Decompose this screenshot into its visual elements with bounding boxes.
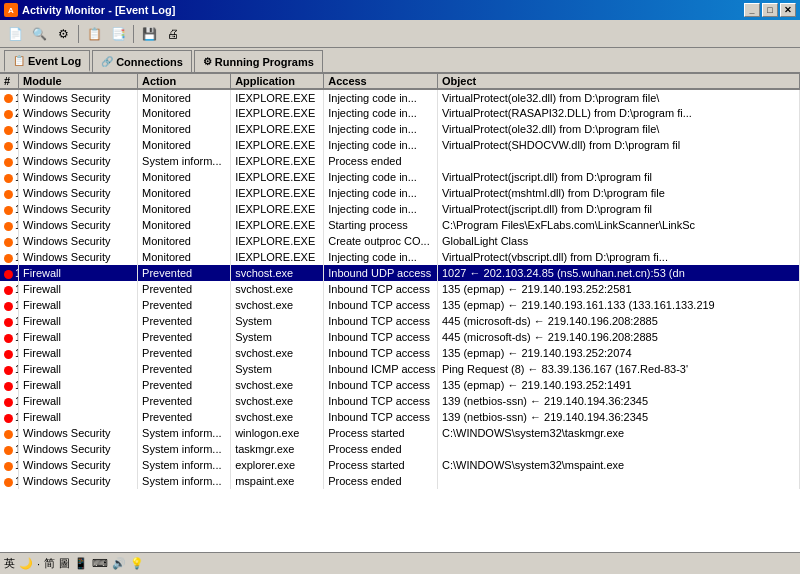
cell-access: Process ended [324, 473, 438, 489]
cell-access: Inbound TCP access [324, 329, 438, 345]
table-row[interactable]: 1 Firewall Prevented System Inbound ICMP… [0, 361, 800, 377]
cell-count: 1 [0, 249, 19, 265]
cell-module: Windows Security [19, 121, 138, 137]
cell-module: Firewall [19, 281, 138, 297]
table-row[interactable]: 1 Firewall Prevented svchost.exe Inbound… [0, 393, 800, 409]
table-row[interactable]: 1 Firewall Prevented svchost.exe Inbound… [0, 281, 800, 297]
table-row[interactable]: 1 Windows Security Monitored IEXPLORE.EX… [0, 233, 800, 249]
table-row[interactable]: 1 Windows Security Monitored IEXPLORE.EX… [0, 185, 800, 201]
col-header-count[interactable]: # [0, 74, 19, 89]
col-header-module[interactable]: Module [19, 74, 138, 89]
cell-object: 135 (epmap) ← 219.140.193.252:2074 [437, 345, 799, 361]
table-row[interactable]: 1 Firewall Prevented svchost.exe Inbound… [0, 409, 800, 425]
cell-application: svchost.exe [231, 393, 324, 409]
tab-connections[interactable]: 🔗 Connections [92, 50, 192, 72]
event-log-icon: 📋 [13, 55, 25, 66]
table-row[interactable]: 1 Windows Security System inform... task… [0, 441, 800, 457]
cell-application: svchost.exe [231, 297, 324, 313]
cell-count: 1 [0, 233, 19, 249]
maximize-button[interactable]: □ [762, 3, 778, 17]
cell-application: IEXPLORE.EXE [231, 217, 324, 233]
cell-module: Windows Security [19, 89, 138, 105]
cell-module: Firewall [19, 361, 138, 377]
print-button[interactable]: 🖨 [162, 23, 184, 45]
tab-connections-label: Connections [116, 56, 183, 68]
event-log-table-container: # Module Action Application Access Objec… [0, 74, 800, 552]
search-button[interactable]: 🔍 [28, 23, 50, 45]
app-icon: A [4, 3, 18, 17]
table-row[interactable]: 1 Windows Security Monitored IEXPLORE.EX… [0, 217, 800, 233]
table-row[interactable]: 1 Windows Security Monitored IEXPLORE.EX… [0, 201, 800, 217]
cell-application: mspaint.exe [231, 473, 324, 489]
col-header-application[interactable]: Application [231, 74, 324, 89]
table-row[interactable]: 1 Windows Security Monitored IEXPLORE.EX… [0, 89, 800, 105]
cell-count: 1 [0, 185, 19, 201]
cell-count: 1 [0, 441, 19, 457]
cell-application: explorer.exe [231, 457, 324, 473]
cell-count: 1 [0, 169, 19, 185]
cell-module: Windows Security [19, 185, 138, 201]
table-row[interactable]: 1 Windows Security System inform... mspa… [0, 473, 800, 489]
settings-button[interactable]: ⚙ [52, 23, 74, 45]
cell-object: VirtualProtect(RASAPI32.DLL) from D:\pro… [437, 105, 799, 121]
close-button[interactable]: ✕ [780, 3, 796, 17]
cell-object: VirtualProtect(vbscript.dll) from D:\pro… [437, 249, 799, 265]
cell-access: Inbound ICMP access [324, 361, 438, 377]
table-row[interactable]: 1 Windows Security Monitored IEXPLORE.EX… [0, 249, 800, 265]
table-row[interactable]: 1 Firewall Prevented svchost.exe Inbound… [0, 265, 800, 281]
cell-action: Prevented [138, 313, 231, 329]
tab-running-programs[interactable]: ⚙ Running Programs [194, 50, 323, 72]
col-header-access[interactable]: Access [324, 74, 438, 89]
cell-application: System [231, 329, 324, 345]
table-row[interactable]: 1 Windows Security System inform... winl… [0, 425, 800, 441]
cell-module: Windows Security [19, 201, 138, 217]
cell-count: 1 [0, 201, 19, 217]
new-button[interactable]: 📄 [4, 23, 26, 45]
table-row[interactable]: 1 Windows Security Monitored IEXPLORE.EX… [0, 121, 800, 137]
cell-object: 445 (microsoft-ds) ← 219.140.196.208:288… [437, 313, 799, 329]
table-row[interactable]: 1 Firewall Prevented svchost.exe Inbound… [0, 377, 800, 393]
table-row[interactable]: 1 Firewall Prevented System Inbound TCP … [0, 329, 800, 345]
cell-access: Inbound UDP access [324, 265, 438, 281]
table-row[interactable]: 1 Firewall Prevented svchost.exe Inbound… [0, 297, 800, 313]
status-item-7: 🔊 [112, 557, 126, 570]
paste-button[interactable]: 📑 [107, 23, 129, 45]
minimize-button[interactable]: _ [744, 3, 760, 17]
cell-object: C:\Program Files\ExFLabs.com\LinkScanner… [437, 217, 799, 233]
cell-action: Prevented [138, 329, 231, 345]
cell-module: Windows Security [19, 441, 138, 457]
tab-event-log-label: Event Log [28, 55, 81, 67]
col-header-action[interactable]: Action [138, 74, 231, 89]
cell-module: Windows Security [19, 457, 138, 473]
table-row[interactable]: 1 Windows Security Monitored IEXPLORE.EX… [0, 169, 800, 185]
cell-access: Injecting code in... [324, 185, 438, 201]
cell-application: IEXPLORE.EXE [231, 89, 324, 105]
cell-object: 139 (netbios-ssn) ← 219.140.194.36:2345 [437, 409, 799, 425]
connections-icon: 🔗 [101, 56, 113, 67]
cell-module: Windows Security [19, 473, 138, 489]
copy-button[interactable]: 📋 [83, 23, 105, 45]
table-row[interactable]: 1 Windows Security System inform... expl… [0, 457, 800, 473]
table-row[interactable]: 1 Windows Security Monitored IEXPLORE.EX… [0, 137, 800, 153]
cell-application: svchost.exe [231, 377, 324, 393]
cell-count: 1 [0, 473, 19, 489]
table-row[interactable]: 1 Windows Security System inform... IEXP… [0, 153, 800, 169]
cell-access: Injecting code in... [324, 89, 438, 105]
cell-access: Inbound TCP access [324, 297, 438, 313]
cell-count: 1 [0, 313, 19, 329]
export-button[interactable]: 💾 [138, 23, 160, 45]
table-row[interactable]: 1 Firewall Prevented svchost.exe Inbound… [0, 345, 800, 361]
cell-module: Firewall [19, 329, 138, 345]
table-row[interactable]: 2 Windows Security Monitored IEXPLORE.EX… [0, 105, 800, 121]
table-row[interactable]: 1 Firewall Prevented System Inbound TCP … [0, 313, 800, 329]
cell-module: Firewall [19, 297, 138, 313]
tab-event-log[interactable]: 📋 Event Log [4, 50, 90, 72]
cell-action: Monitored [138, 137, 231, 153]
cell-access: Process started [324, 425, 438, 441]
cell-application: IEXPLORE.EXE [231, 153, 324, 169]
toolbar-separator-1 [78, 25, 79, 43]
cell-action: Prevented [138, 281, 231, 297]
tabs-bar: 📋 Event Log 🔗 Connections ⚙ Running Prog… [0, 48, 800, 74]
cell-access: Injecting code in... [324, 169, 438, 185]
col-header-object[interactable]: Object [437, 74, 799, 89]
